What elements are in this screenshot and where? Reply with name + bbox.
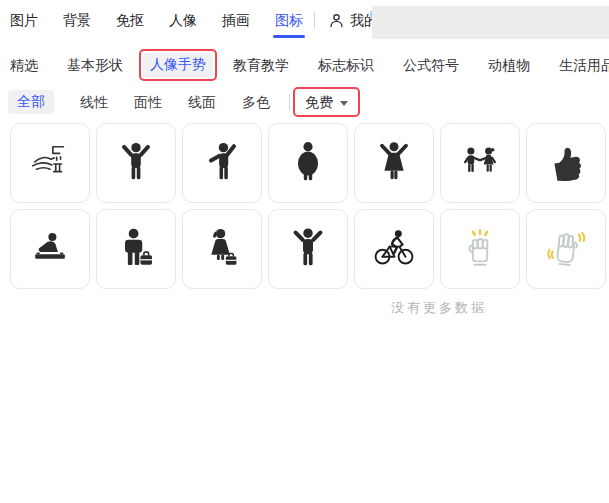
- tab-backgrounds[interactable]: 背景: [63, 10, 91, 30]
- category-portrait-gestures-selected[interactable]: 人像手势: [143, 53, 213, 77]
- icon-library-panel: 图片 背景 免抠 人像 插画 图标 我的 精选 基本形状 人像手势 教育教学: [0, 0, 609, 503]
- person-cheering-icon: [113, 140, 159, 186]
- icon-card-person-cheering[interactable]: [96, 123, 176, 203]
- icon-card-children-holding-hands[interactable]: [440, 123, 520, 203]
- person-arms-raised-icon: [285, 226, 331, 272]
- filter-linear[interactable]: 线性: [80, 92, 108, 112]
- main-tabs: 图片 背景 免抠 人像 插画 图标: [10, 10, 303, 30]
- tab-portraits[interactable]: 人像: [169, 10, 197, 30]
- icon-card-waving-hand[interactable]: [526, 209, 606, 289]
- no-more-data-text: 没有更多数据: [391, 299, 487, 317]
- tab-icons-label: 图标: [275, 12, 303, 28]
- price-filter-dropdown[interactable]: 免费: [295, 89, 358, 115]
- businesswoman-briefcase-icon: [199, 226, 245, 272]
- category-row: 精选 基本形状 人像手势 教育教学 标志标识 公式符号 动植物 生活用品 天文地…: [0, 48, 609, 82]
- icon-card-businessman-briefcase[interactable]: [96, 209, 176, 289]
- category-basic-shapes[interactable]: 基本形状: [67, 55, 123, 75]
- category-featured[interactable]: 精选: [10, 55, 38, 75]
- nav-divider: [314, 12, 315, 29]
- annotation-box-price-filter: 免费: [293, 87, 360, 117]
- annotation-box-selected-category: 人像手势: [139, 49, 217, 81]
- cyclist-icon: [371, 226, 417, 272]
- raised-fist-icon: [457, 226, 503, 272]
- price-filter-label: 免费: [305, 93, 333, 111]
- category-logos-signs[interactable]: 标志标识: [318, 55, 374, 75]
- icon-card-thumbs-up[interactable]: [526, 123, 606, 203]
- icon-card-pregnant-woman[interactable]: [268, 123, 348, 203]
- wash-hands-icon: [27, 140, 73, 186]
- icon-card-person-waving[interactable]: [182, 123, 262, 203]
- style-filter-row: 全部 线性 面性 线面 多色 免费: [0, 87, 609, 117]
- icon-card-raised-fist[interactable]: [440, 209, 520, 289]
- thumbs-up-icon: [543, 140, 589, 186]
- waving-hand-icon: [543, 226, 589, 272]
- icon-card-woman-cheering[interactable]: [354, 123, 434, 203]
- tab-images[interactable]: 图片: [10, 10, 38, 30]
- tab-illustrations[interactable]: 插画: [222, 10, 250, 30]
- category-education[interactable]: 教育教学: [233, 55, 289, 75]
- top-right-gray-area: [372, 6, 609, 39]
- active-tab-underline: [273, 35, 305, 38]
- icon-card-person-meditating-bench[interactable]: [10, 209, 90, 289]
- filter-line-filled[interactable]: 线面: [188, 92, 216, 112]
- pregnant-woman-icon: [285, 140, 331, 186]
- caret-down-icon: [340, 101, 348, 106]
- filter-filled[interactable]: 面性: [134, 92, 162, 112]
- icon-card-person-arms-raised[interactable]: [268, 209, 348, 289]
- filter-multicolor[interactable]: 多色: [242, 92, 270, 112]
- person-waving-icon: [199, 140, 245, 186]
- category-animals-plants[interactable]: 动植物: [488, 55, 530, 75]
- user-icon: [328, 12, 345, 29]
- businessman-briefcase-icon: [113, 226, 159, 272]
- icon-card-wash-hands[interactable]: [10, 123, 90, 203]
- tab-icons-active[interactable]: 图标: [275, 10, 303, 30]
- person-meditating-bench-icon: [27, 226, 73, 272]
- filter-all-selected[interactable]: 全部: [8, 90, 54, 114]
- filter-divider: [289, 94, 290, 110]
- children-holding-hands-icon: [457, 140, 503, 186]
- tab-cutouts[interactable]: 免抠: [116, 10, 144, 30]
- icon-card-cyclist[interactable]: [354, 209, 434, 289]
- woman-cheering-icon: [371, 140, 417, 186]
- icon-card-businesswoman-briefcase[interactable]: [182, 209, 262, 289]
- cropped-ui-fragment: [370, 11, 372, 19]
- category-daily-goods[interactable]: 生活用品: [559, 55, 609, 75]
- icon-grid: [10, 123, 606, 289]
- category-formula-symbols[interactable]: 公式符号: [403, 55, 459, 75]
